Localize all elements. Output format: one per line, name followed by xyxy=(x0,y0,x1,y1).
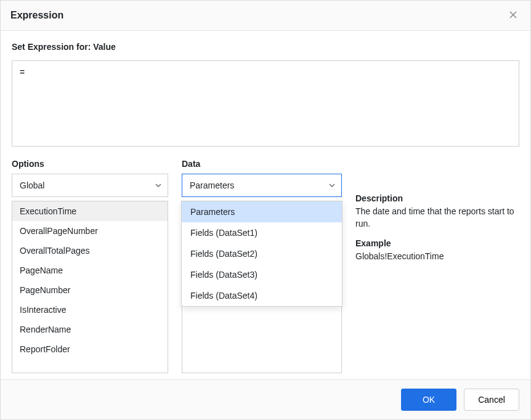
dropdown-item[interactable]: Parameters xyxy=(182,201,342,222)
expression-dialog: Expression Set Expression for: Value Opt… xyxy=(0,0,531,420)
options-select[interactable]: Global xyxy=(12,174,168,197)
titlebar: Expression xyxy=(1,1,530,31)
ok-button[interactable]: OK xyxy=(401,389,456,411)
options-listbox[interactable]: ExecutionTimeOverallPageNumberOverallTot… xyxy=(12,201,168,373)
dialog-title: Expression xyxy=(10,10,63,21)
options-select-value: Global xyxy=(20,180,44,190)
options-label: Options xyxy=(12,159,168,169)
expression-input[interactable] xyxy=(12,60,519,147)
set-expression-for-label: Set Expression for: Value xyxy=(12,42,519,52)
list-item[interactable]: PageName xyxy=(12,260,168,280)
description-text: The date and time that the reports start… xyxy=(355,206,519,230)
dropdown-item[interactable]: Fields (DataSet4) xyxy=(182,285,342,306)
dropdown-item[interactable]: Fields (DataSet2) xyxy=(182,243,342,264)
data-dropdown[interactable]: ParametersFields (DataSet1)Fields (DataS… xyxy=(181,201,343,307)
chevron-down-icon xyxy=(328,181,336,190)
list-item[interactable]: ReportFolder xyxy=(12,339,168,359)
list-item[interactable]: ExecutionTime xyxy=(12,201,168,221)
data-select-value: Parameters xyxy=(190,180,234,190)
list-item[interactable]: PageNumber xyxy=(12,280,168,300)
list-item[interactable]: IsInteractive xyxy=(12,300,168,320)
options-column: Options Global ExecutionTimeOverallPageN… xyxy=(12,159,168,373)
close-icon xyxy=(509,11,517,20)
example-heading: Example xyxy=(355,238,519,248)
list-item[interactable]: OverallTotalPages xyxy=(12,241,168,260)
dialog-footer: OK Cancel xyxy=(1,379,530,419)
data-label: Data xyxy=(182,159,342,169)
dropdown-item[interactable]: Fields (DataSet3) xyxy=(182,264,342,285)
dropdown-item[interactable]: Fields (DataSet1) xyxy=(182,222,342,243)
chevron-down-icon xyxy=(154,181,163,190)
cancel-button[interactable]: Cancel xyxy=(464,389,519,411)
dialog-body: Set Expression for: Value Options Global… xyxy=(1,31,530,379)
list-item[interactable]: RenderName xyxy=(12,320,168,339)
example-text: Globals!ExecutionTime xyxy=(355,251,519,263)
list-item[interactable]: OverallPageNumber xyxy=(12,221,168,241)
columns: Options Global ExecutionTimeOverallPageN… xyxy=(12,159,519,373)
close-button[interactable] xyxy=(506,8,521,23)
data-select[interactable]: Parameters xyxy=(182,174,342,197)
data-column: Data Parameters ParametersFields (DataSe… xyxy=(182,159,342,373)
description-heading: Description xyxy=(355,193,519,203)
info-column: Description The date and time that the r… xyxy=(355,159,519,373)
